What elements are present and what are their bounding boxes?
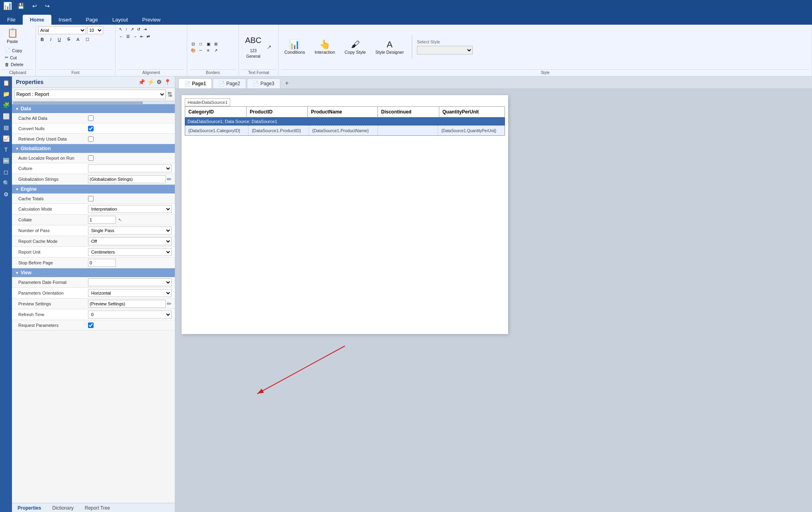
- tab-properties[interactable]: Properties: [12, 503, 47, 512]
- sidebar-text-icon[interactable]: T: [1, 145, 11, 154]
- sidebar-reports-icon[interactable]: 📋: [1, 78, 11, 88]
- font-color-button[interactable]: A: [74, 36, 82, 43]
- add-page-button[interactable]: +: [281, 78, 293, 88]
- border-btn-4[interactable]: ⊞: [212, 41, 219, 47]
- align-top-left[interactable]: ↖: [118, 26, 123, 32]
- outdent-btn[interactable]: ⇤: [139, 33, 145, 39]
- align-center[interactable]: ☰: [125, 33, 131, 39]
- properties-content[interactable]: ▼ Data Cache All Data Convert Nulls Retr…: [12, 104, 175, 503]
- tab-home[interactable]: Home: [23, 15, 51, 25]
- report-cache-mode-select[interactable]: Off: [88, 237, 172, 245]
- convert-nulls-checkbox[interactable]: [88, 126, 94, 131]
- tab-page[interactable]: Page: [79, 15, 105, 25]
- italic-button[interactable]: I: [48, 36, 54, 43]
- sidebar-settings-icon[interactable]: ⚙: [1, 190, 11, 199]
- border-width[interactable]: ≡: [205, 47, 212, 53]
- style-designer-button[interactable]: A Style Designer: [372, 38, 407, 56]
- engine-section-header[interactable]: ▼ Engine: [12, 185, 175, 193]
- collate-input[interactable]: [88, 216, 116, 224]
- page-tab-2[interactable]: 📄 Page2: [213, 78, 246, 88]
- border-btn-2[interactable]: □: [197, 41, 204, 47]
- copy-button[interactable]: 📄 Copy: [2, 47, 26, 54]
- bold-button[interactable]: B: [38, 36, 46, 43]
- text-format-btn[interactable]: ABC123 General: [241, 34, 265, 60]
- number-of-pass-select[interactable]: Single Pass: [88, 227, 172, 235]
- preview-settings-input[interactable]: [88, 300, 166, 308]
- view-section-header[interactable]: ▼ View: [12, 268, 175, 277]
- rotate-btn[interactable]: ↺: [136, 26, 141, 32]
- data-cell-quantityperunit[interactable]: {DataSource1.QuantityPerUni|}: [438, 126, 505, 136]
- undo-btn[interactable]: ↩: [30, 2, 39, 10]
- properties-lock-icon[interactable]: 📌: [138, 79, 145, 85]
- underline-button[interactable]: U: [55, 36, 63, 43]
- properties-lightning-icon[interactable]: ⚡: [147, 79, 154, 85]
- request-params-checkbox[interactable]: [88, 322, 94, 328]
- border-style[interactable]: ─: [197, 47, 204, 53]
- sidebar-variables-icon[interactable]: 🔤: [1, 156, 11, 166]
- direction-btn[interactable]: ⇄: [145, 33, 151, 39]
- properties-gear-icon[interactable]: ⚙: [157, 79, 162, 85]
- sidebar-chart-icon[interactable]: 📈: [1, 134, 11, 143]
- page-tab-1[interactable]: 📄 Page1: [178, 78, 212, 88]
- redo-btn[interactable]: ↪: [43, 2, 52, 10]
- data-cell-productid[interactable]: {DataSource1.ProductID}: [248, 126, 309, 136]
- sort-button[interactable]: ⇅: [167, 91, 172, 98]
- border-btn-1[interactable]: ⊡: [190, 41, 197, 47]
- globalization-section-header[interactable]: ▼ Globalization: [12, 144, 175, 153]
- sidebar-barcode-icon[interactable]: ▤: [1, 123, 11, 132]
- sidebar-layers-icon[interactable]: ⬜: [1, 111, 11, 121]
- conditions-button[interactable]: 📊 Conditions: [281, 38, 308, 56]
- save-btn[interactable]: 💾: [15, 2, 27, 10]
- data-cell-productname[interactable]: {DataSource1.ProductName}: [309, 126, 378, 136]
- sidebar-filter-icon[interactable]: 🔍: [1, 178, 11, 188]
- report-unit-select[interactable]: Centimeters: [88, 248, 172, 256]
- params-orientation-select[interactable]: Horizontal: [88, 289, 172, 297]
- text-format-expand[interactable]: ↗: [267, 44, 272, 50]
- globalization-strings-input[interactable]: [88, 175, 166, 183]
- align-top-center[interactable]: ↑: [124, 26, 129, 32]
- tab-preview[interactable]: Preview: [135, 15, 168, 25]
- font-family-select[interactable]: Arial: [38, 26, 86, 34]
- copy-style-button[interactable]: 🖌 Copy Style: [341, 38, 369, 56]
- align-top-right[interactable]: ↗: [129, 26, 135, 32]
- sidebar-shapes-icon[interactable]: ◻: [1, 167, 11, 177]
- auto-localize-checkbox[interactable]: [88, 155, 94, 161]
- stop-before-page-input[interactable]: [88, 259, 116, 267]
- tab-insert[interactable]: Insert: [51, 15, 79, 25]
- refresh-time-select[interactable]: 0: [88, 311, 172, 319]
- paste-button[interactable]: 📋 Paste: [2, 26, 22, 45]
- data-cell-categoryid[interactable]: {DataSource1.CategoryID}: [185, 126, 248, 136]
- indent-btn[interactable]: ⇥: [142, 26, 148, 32]
- strikethrough-button[interactable]: S̶: [65, 36, 72, 43]
- interaction-button[interactable]: 👆 Interaction: [311, 38, 338, 56]
- page-tab-3[interactable]: 📄 Page3: [247, 78, 280, 88]
- canvas-area[interactable]: HeaderDataSource1 CategoryID ProductID P…: [175, 89, 812, 512]
- select-style-dropdown[interactable]: [417, 46, 473, 55]
- tab-file[interactable]: File: [0, 15, 23, 25]
- properties-pin-icon[interactable]: 📍: [164, 79, 171, 85]
- border-expand[interactable]: ↗: [212, 47, 219, 53]
- align-middle-right[interactable]: →: [132, 33, 138, 39]
- tab-dictionary[interactable]: Dictionary: [47, 503, 79, 512]
- align-middle-left[interactable]: ←: [118, 33, 124, 39]
- border-btn-3[interactable]: ▣: [205, 41, 212, 47]
- font-size-select[interactable]: 10: [87, 26, 103, 34]
- cache-all-data-checkbox[interactable]: [88, 115, 94, 121]
- border-color[interactable]: 🎨: [190, 47, 197, 53]
- preview-settings-edit-btn[interactable]: ✏: [167, 301, 172, 307]
- data-cell-discontinued[interactable]: [378, 126, 438, 136]
- cache-totals-checkbox[interactable]: [88, 196, 94, 201]
- tab-report-tree[interactable]: Report Tree: [79, 503, 115, 512]
- calculation-mode-select[interactable]: Interpretation: [88, 205, 172, 213]
- delete-button[interactable]: 🗑 Delete: [2, 61, 26, 68]
- highlight-button[interactable]: ◻: [83, 36, 92, 43]
- retrieve-only-checkbox[interactable]: [88, 136, 94, 142]
- sidebar-data-icon[interactable]: 📁: [1, 89, 11, 99]
- data-section-header[interactable]: ▼ Data: [12, 104, 175, 113]
- culture-select[interactable]: [88, 164, 172, 172]
- params-date-format-select[interactable]: [88, 278, 172, 286]
- globalization-strings-edit-btn[interactable]: ✏: [167, 176, 172, 182]
- sidebar-components-icon[interactable]: 🧩: [1, 100, 11, 110]
- tab-layout[interactable]: Layout: [105, 15, 135, 25]
- report-selector[interactable]: Report : Report: [14, 90, 166, 99]
